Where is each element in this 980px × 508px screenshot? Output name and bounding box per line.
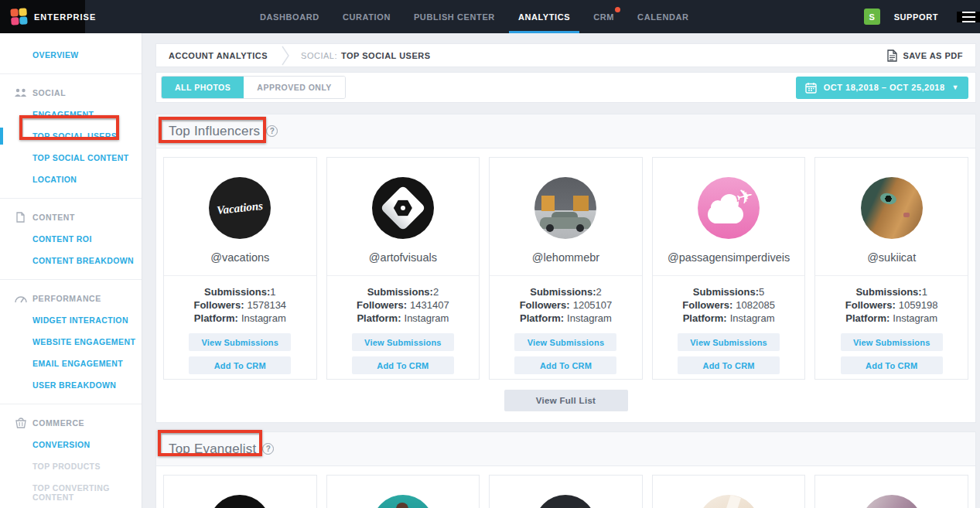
view-submissions-button[interactable]: View Submissions: [514, 333, 616, 351]
divider: [0, 198, 142, 199]
submissions-label: Submissions:: [367, 286, 433, 298]
divider: [0, 73, 142, 74]
sidebar-section-commerce: COMMERCE: [0, 412, 142, 434]
sidebar-item-top-social-content[interactable]: TOP SOCIAL CONTENT: [0, 147, 142, 169]
breadcrumb-current-page: TOP SOCIAL USERS: [341, 51, 431, 60]
view-submissions-button[interactable]: View Submissions: [189, 333, 291, 351]
primary-nav: DASHBOARD CURATION PUBLISH CENTER ANALYT…: [260, 0, 689, 33]
influencer-card: @lehommebr Submissions:2 Followers:12051…: [489, 157, 643, 380]
sidebar-item-top-products: TOP PRODUCTS: [0, 455, 142, 477]
nav-support[interactable]: SUPPORT: [894, 12, 938, 22]
sidebar-section-label: PERFORMANCE: [32, 294, 101, 303]
sidebar-item-top-social-users[interactable]: TOP SOCIAL USERS: [0, 125, 142, 147]
top-influencers-title: Top Influencers: [169, 124, 260, 139]
sidebar-item-content-roi[interactable]: CONTENT ROI: [0, 228, 142, 250]
avatar-cat-face-photo[interactable]: [861, 177, 923, 239]
nav-publish-center[interactable]: PUBLISH CENTER: [414, 0, 495, 33]
sidebar-section-performance: PERFORMANCE: [0, 288, 142, 309]
view-submissions-button[interactable]: View Submissions: [841, 333, 943, 351]
submissions-label: Submissions:: [530, 286, 596, 298]
followers-label: Followers:: [357, 299, 407, 311]
top-influencers-panel: Top Influencers ? Vacations @vacations S…: [155, 114, 976, 423]
platform-label: Platform:: [683, 312, 727, 324]
influencer-card: @sukiicat Submissions:1 Followers:105919…: [814, 157, 968, 380]
breadcrumb-account-analytics[interactable]: ACCOUNT ANALYTICS: [169, 51, 268, 60]
influencer-stats: Submissions:5 Followers:1082085 Platform…: [653, 285, 805, 325]
avatar-pink-cloud-plane-logo[interactable]: ✈: [698, 177, 760, 239]
brand-name: ENTERPRISE: [34, 12, 96, 22]
followers-value: 1082085: [736, 299, 775, 311]
sidebar: OVERVIEW SOCIAL ENGAGEMENT TOP SOCIAL US…: [0, 33, 142, 508]
help-icon[interactable]: ?: [266, 125, 278, 137]
nav-curation[interactable]: CURATION: [343, 0, 391, 33]
sidebar-item-engagement[interactable]: ENGAGEMENT: [0, 104, 142, 125]
avatar-purple-hair-portrait-photo[interactable]: [861, 495, 923, 508]
top-navbar: ENTERPRISE DASHBOARD CURATION PUBLISH CE…: [0, 0, 980, 33]
filter-bar: ALL PHOTOS APPROVED ONLY OCT 18,2018 – O…: [155, 72, 976, 103]
avatar-vacations-logo[interactable]: Vacations: [209, 177, 271, 239]
add-to-crm-button[interactable]: Add To CRM: [514, 356, 616, 374]
sidebar-item-overview[interactable]: OVERVIEW: [0, 44, 142, 66]
top-evangelist-title: Top Evangelist: [169, 442, 256, 457]
influencer-username: @sukiicat: [815, 251, 968, 276]
gauge-icon: [14, 292, 28, 305]
users-icon: [14, 87, 28, 99]
filter-all-photos[interactable]: ALL PHOTOS: [162, 77, 244, 98]
sidebar-item-location[interactable]: LOCATION: [0, 169, 142, 190]
navbar-right: S SUPPORT: [864, 0, 980, 33]
user-avatar-badge[interactable]: S: [864, 9, 880, 25]
view-submissions-button[interactable]: View Submissions: [352, 333, 454, 351]
followers-value: 1578134: [247, 299, 286, 311]
sidebar-section-social: SOCIAL: [0, 82, 142, 104]
avatar-ocean-swimmer-photo[interactable]: [372, 495, 434, 508]
date-range-picker[interactable]: OCT 18,2018 – OCT 25,2018 ▼: [796, 77, 968, 99]
avatar-diamond-shutter-logo[interactable]: [372, 177, 434, 239]
followers-label: Followers:: [845, 299, 896, 311]
sidebar-item-conversion[interactable]: CONVERSION: [0, 434, 142, 455]
help-icon[interactable]: ?: [262, 443, 274, 455]
submissions-value: 2: [596, 286, 601, 298]
add-to-crm-button[interactable]: Add To CRM: [841, 356, 943, 374]
platform-label: Platform:: [520, 312, 564, 324]
nav-analytics[interactable]: ANALYTICS: [518, 0, 570, 33]
add-to-crm-button[interactable]: Add To CRM: [678, 356, 780, 374]
influencer-username: @artofvisuals: [327, 251, 480, 276]
save-as-pdf-button[interactable]: SAVE AS PDF: [887, 49, 963, 62]
followers-label: Followers:: [520, 299, 570, 311]
add-to-crm-button[interactable]: Add To CRM: [352, 356, 454, 374]
influencer-username: @lehommebr: [490, 251, 642, 276]
nav-calendar[interactable]: CALENDAR: [637, 0, 689, 33]
avatar-car-street-photo[interactable]: [534, 177, 596, 239]
influencer-card: ✈ @passagensimperdiveis Submissions:5 Fo…: [652, 157, 806, 380]
top-evangelist-panel: Top Evangelist ?: [155, 431, 976, 508]
sidebar-item-user-breakdown[interactable]: USER BREAKDOWN: [0, 374, 142, 396]
avatar-cream-portrait-photo[interactable]: [698, 495, 760, 508]
view-full-list-button[interactable]: View Full List: [504, 390, 628, 411]
influencer-cards: Vacations @vacations Submissions:1 Follo…: [156, 148, 975, 380]
save-as-pdf-label: SAVE AS PDF: [903, 51, 963, 60]
platform-label: Platform:: [194, 312, 238, 324]
evangelist-card: [652, 475, 806, 508]
followers-label: Followers:: [193, 299, 244, 311]
sidebar-item-content-breakdown[interactable]: CONTENT BREAKDOWN: [0, 250, 142, 271]
platform-value: Instagram: [730, 312, 775, 324]
avatar-dark-yellow-photo[interactable]: [534, 495, 596, 508]
followers-value: 1205107: [573, 299, 613, 311]
breadcrumb-section-prefix: SOCIAL:: [301, 51, 337, 60]
avatar-black-circle-logo[interactable]: [209, 495, 271, 508]
sidebar-item-website-engagement[interactable]: WEBSITE ENGAGEMENT: [0, 331, 142, 353]
influencer-stats: Submissions:1 Followers:1059198 Platform…: [815, 285, 968, 325]
hamburger-menu-icon[interactable]: [957, 12, 980, 22]
sidebar-item-email-engagement[interactable]: EMAIL ENGAGEMENT: [0, 353, 142, 374]
brand[interactable]: ENTERPRISE: [0, 0, 85, 33]
nav-crm[interactable]: CRM: [593, 0, 614, 33]
add-to-crm-button[interactable]: Add To CRM: [189, 356, 291, 374]
nav-dashboard[interactable]: DASHBOARD: [260, 0, 319, 33]
evangelist-card: [326, 475, 480, 508]
filter-approved-only[interactable]: APPROVED ONLY: [244, 77, 345, 98]
chevron-down-icon: ▼: [952, 84, 959, 91]
view-submissions-button[interactable]: View Submissions: [678, 333, 780, 351]
submissions-value: 1: [270, 286, 275, 298]
sidebar-item-widget-interaction[interactable]: WIDGET INTERACTION: [0, 309, 142, 331]
platform-value: Instagram: [405, 312, 449, 324]
